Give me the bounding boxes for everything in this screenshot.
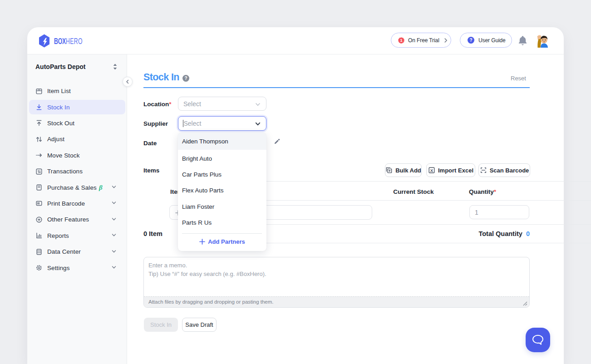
svg-text:X: X bbox=[430, 168, 433, 173]
svg-text:?: ? bbox=[469, 38, 472, 43]
svg-text:1: 1 bbox=[400, 38, 402, 43]
svg-text:?: ? bbox=[184, 76, 187, 81]
